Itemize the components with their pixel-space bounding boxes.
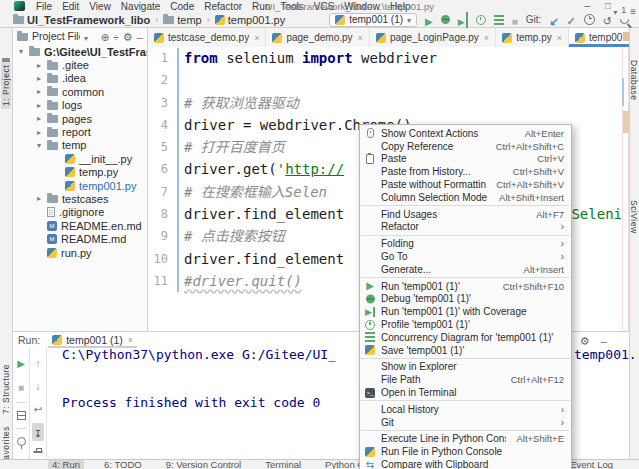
chevron-right-icon[interactable] xyxy=(35,128,43,137)
editor-tab[interactable]: page_LoginPage.py xyxy=(370,28,496,47)
close-icon[interactable] xyxy=(484,33,489,43)
editor-tab[interactable]: temp001.py xyxy=(569,28,629,47)
menu-item[interactable]: Copy ReferenceCtrl+Alt+Shift+C xyxy=(360,140,571,153)
concurrency-icon[interactable] xyxy=(494,15,504,25)
menu-item[interactable]: Profile 'temp001 (1)' xyxy=(360,318,571,331)
tree-item[interactable]: __init__.py xyxy=(13,152,147,165)
menu-item[interactable]: Compare with Clipboard xyxy=(360,458,571,469)
menu-item[interactable]: Local History xyxy=(360,403,571,416)
menu-item[interactable]: Run 'temp001 (1)' with Coverage xyxy=(360,305,571,318)
stop-icon[interactable] xyxy=(18,378,24,394)
tree-item[interactable]: temp xyxy=(13,139,147,152)
git-commit-icon[interactable] xyxy=(567,12,576,28)
breadcrumb-item[interactable]: temp xyxy=(163,14,201,26)
status-bar-item[interactable]: 6: TODO xyxy=(100,460,146,469)
menu-item[interactable]: Debug 'temp001 (1)' xyxy=(360,293,571,306)
menu-item[interactable]: Show in Explorer xyxy=(360,361,571,374)
run-configuration-select[interactable]: temp001 (1) xyxy=(329,13,417,27)
up-icon[interactable] xyxy=(36,354,41,370)
chevron-right-icon[interactable] xyxy=(35,114,43,123)
printer-icon[interactable] xyxy=(33,451,43,453)
stop-icon[interactable] xyxy=(512,12,518,28)
gear-icon[interactable] xyxy=(123,28,133,44)
menu-item[interactable]: Concurrency Diagram for 'temp001 (1)' xyxy=(360,331,571,344)
menu-item[interactable]: Git xyxy=(360,416,571,429)
tree-item[interactable]: report xyxy=(13,125,147,138)
tree-item[interactable]: G:\Gitee\UI_TestFramework xyxy=(13,45,147,58)
chevron-down-icon[interactable] xyxy=(35,141,43,150)
menu-item[interactable]: PasteCtrl+V xyxy=(360,153,571,166)
chevron-right-icon[interactable] xyxy=(35,101,43,110)
debug-icon[interactable] xyxy=(441,15,450,24)
breadcrumb-item[interactable]: temp001.py xyxy=(215,14,285,26)
chevron-right-icon[interactable] xyxy=(35,61,43,70)
tree-item[interactable]: pages xyxy=(13,112,147,125)
run-icon[interactable] xyxy=(17,354,25,370)
status-bar-item[interactable]: 4: Run xyxy=(48,460,84,469)
chevron-down-icon[interactable] xyxy=(17,47,25,56)
close-icon[interactable] xyxy=(358,33,363,43)
tree-item[interactable]: testcases xyxy=(13,192,147,205)
hidden-tabs-icon[interactable] xyxy=(613,2,617,18)
run-tab[interactable]: temp001 (1) xyxy=(48,332,137,348)
menu-item[interactable]: Paste from History...Ctrl+Shift+V xyxy=(360,165,571,178)
hide-panel-icon[interactable] xyxy=(601,332,607,348)
editor-tab[interactable]: testcase_demo.py xyxy=(148,28,266,47)
close-icon[interactable] xyxy=(557,33,562,43)
tree-item[interactable]: temp001.py xyxy=(13,179,147,192)
editor-tab[interactable]: temp.py xyxy=(496,28,569,47)
minimize-icon[interactable]: ─ xyxy=(584,0,590,12)
collapse-all-icon[interactable] xyxy=(113,28,119,44)
scrollbar-thumb[interactable] xyxy=(622,78,624,106)
gear-icon[interactable] xyxy=(580,332,590,348)
menu-item[interactable]: Execute Line in Python ConsoleAlt+Shift+… xyxy=(360,433,571,446)
git-update-icon[interactable] xyxy=(549,12,558,28)
run-icon[interactable] xyxy=(425,12,433,28)
pin-icon[interactable] xyxy=(17,437,26,446)
tree-item[interactable]: logs xyxy=(13,99,147,112)
history-icon[interactable] xyxy=(584,14,595,25)
profile-icon[interactable] xyxy=(476,15,486,25)
chevron-right-icon[interactable] xyxy=(35,74,43,83)
menu-item[interactable]: Run File in Python Console xyxy=(360,445,571,458)
breadcrumb-item[interactable]: UI_TestFramework_libo xyxy=(13,14,150,26)
softwrap-icon[interactable] xyxy=(34,400,42,416)
tree-item[interactable]: .idea xyxy=(13,72,147,85)
tree-item[interactable]: common xyxy=(13,85,147,98)
locate-file-icon[interactable] xyxy=(101,28,109,44)
menu-item[interactable]: Generate...Alt+Insert xyxy=(360,263,571,276)
chevron-down-icon[interactable] xyxy=(84,28,88,44)
tree-item[interactable]: .gitee xyxy=(13,58,147,71)
tree-item[interactable]: README.md xyxy=(13,232,147,245)
tree-item[interactable]: run.py xyxy=(13,246,147,259)
chevron-right-icon[interactable] xyxy=(35,87,43,96)
hide-panel-icon[interactable] xyxy=(137,28,143,44)
menu-item[interactable]: Column Selection ModeAlt+Shift+Insert xyxy=(360,191,571,204)
menu-item[interactable]: Find UsagesAlt+F7 xyxy=(360,208,571,221)
restore-icon[interactable] xyxy=(17,411,26,420)
menu-item[interactable]: Go To xyxy=(360,250,571,263)
down-icon[interactable] xyxy=(36,377,41,393)
menu-item[interactable]: Refactor xyxy=(360,221,571,234)
menu-item[interactable]: Run 'temp001 (1)'Ctrl+Shift+F10 xyxy=(360,280,571,293)
tool-window-button-structure[interactable]: 7: Structure xyxy=(1,364,11,414)
menu-item[interactable]: Open in Terminal xyxy=(360,386,571,399)
editor-options-icon[interactable] xyxy=(630,2,636,18)
maximize-icon[interactable]: □ xyxy=(605,0,610,12)
menu-item[interactable]: Folding xyxy=(360,237,571,250)
close-icon[interactable] xyxy=(128,335,133,345)
scrollend-icon[interactable] xyxy=(32,423,44,441)
tool-window-button-project[interactable]: 1: Project xyxy=(1,62,11,109)
status-bar-item[interactable]: 9: Version Control xyxy=(162,460,246,469)
tree-item[interactable]: .gitignore xyxy=(13,206,147,219)
tree-item[interactable]: temp.py xyxy=(13,166,147,179)
tool-window-button-sciview[interactable]: SciView xyxy=(629,200,639,234)
project-view-select[interactable]: Project Files xyxy=(32,30,80,42)
coverage-icon[interactable] xyxy=(458,12,468,28)
tool-window-button-database[interactable]: Database xyxy=(629,60,639,100)
editor-tab[interactable]: page_demo.py xyxy=(266,28,369,47)
tree-item[interactable]: README.en.md xyxy=(13,219,147,232)
menu-item[interactable]: Save 'temp001 (1)' xyxy=(360,344,571,357)
menu-item[interactable]: Paste without FormattingCtrl+Alt+Shift+V xyxy=(360,178,571,191)
close-icon[interactable] xyxy=(254,33,259,43)
